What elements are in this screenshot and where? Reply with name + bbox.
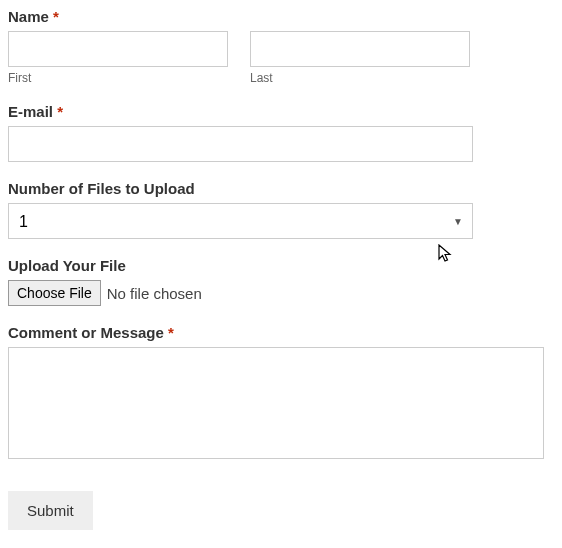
first-name-sublabel: First <box>8 71 228 85</box>
file-status-text: No file chosen <box>107 285 202 302</box>
last-name-input[interactable] <box>250 31 470 67</box>
comment-textarea[interactable] <box>8 347 544 459</box>
choose-file-button[interactable]: Choose File <box>8 280 101 306</box>
comment-label: Comment or Message * <box>8 324 554 341</box>
email-required-marker: * <box>57 103 63 120</box>
comment-label-text: Comment or Message <box>8 324 164 341</box>
upload-file-label: Upload Your File <box>8 257 554 274</box>
submit-button[interactable]: Submit <box>8 491 93 530</box>
last-name-sublabel: Last <box>250 71 470 85</box>
name-label-text: Name <box>8 8 49 25</box>
email-label: E-mail * <box>8 103 554 120</box>
email-input[interactable] <box>8 126 473 162</box>
num-files-select[interactable]: 1 <box>8 203 473 239</box>
name-required-marker: * <box>53 8 59 25</box>
num-files-label: Number of Files to Upload <box>8 180 554 197</box>
name-label: Name * <box>8 8 554 25</box>
email-label-text: E-mail <box>8 103 53 120</box>
first-name-input[interactable] <box>8 31 228 67</box>
comment-required-marker: * <box>168 324 174 341</box>
